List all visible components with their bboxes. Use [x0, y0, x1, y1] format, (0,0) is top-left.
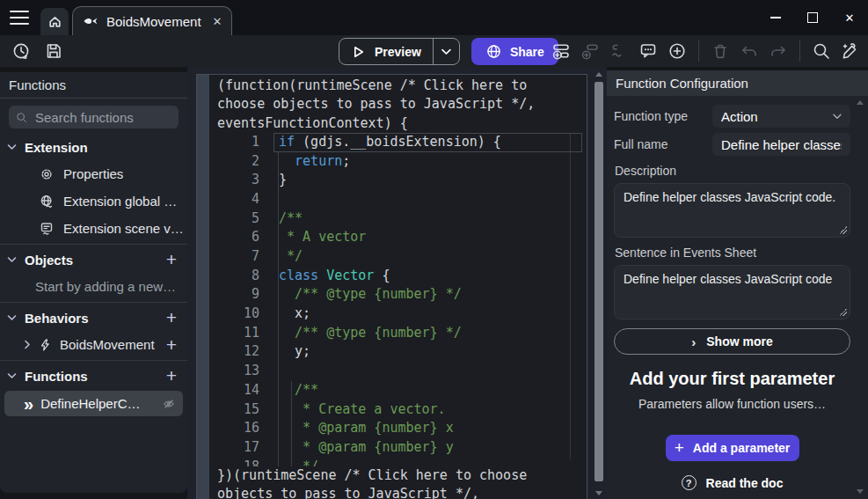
- description-textarea[interactable]: Define helper classes JavaScript code.: [615, 184, 850, 237]
- titlebar: BoidsMovement ✕ ✕: [0, 0, 868, 35]
- search-input[interactable]: [33, 109, 187, 126]
- code-footer-line: objects to pass to JavaScript */,: [217, 485, 587, 499]
- function-item-selected[interactable]: » DefineHelperC…: [4, 391, 183, 416]
- minimize-button[interactable]: [766, 8, 785, 27]
- edit-properties-icon[interactable]: [840, 40, 861, 62]
- eye-off-icon[interactable]: [163, 398, 175, 410]
- line-number: 6: [209, 228, 259, 247]
- extension-fish-icon: [83, 15, 98, 27]
- item-label: Extension global …: [63, 194, 177, 209]
- add-parameter-button[interactable]: + Add a parameter: [666, 435, 799, 461]
- add-circle-icon[interactable]: [667, 40, 688, 62]
- save-icon[interactable]: [43, 40, 64, 62]
- add-button[interactable]: +: [166, 336, 177, 354]
- tree-item[interactable]: Extension scene v…: [0, 215, 187, 242]
- line-number: 14: [209, 381, 259, 400]
- events-sheet: (function(runtimeScene /* Click here toc…: [187, 67, 607, 499]
- close-button[interactable]: ✕: [840, 8, 859, 27]
- section-objects[interactable]: Objects +: [0, 246, 187, 273]
- empty-state-title: Add your first parameter: [614, 369, 850, 389]
- line-content: * @param {number} x: [259, 419, 587, 438]
- event-drag-handle[interactable]: [197, 75, 209, 499]
- functions-sidebar: Functions Extension Properties Extension…: [0, 72, 187, 493]
- code-header-line: eventsFunctionContext) {: [217, 114, 587, 133]
- trash-icon[interactable]: [710, 40, 731, 62]
- sentence-label: Sentence in Events Sheet: [615, 246, 850, 260]
- function-type-label: Function type: [614, 109, 712, 123]
- share-button[interactable]: Share: [471, 38, 558, 65]
- toolbar-separator: [799, 40, 800, 62]
- tab-label: BoidsMovement: [106, 14, 201, 29]
- function-type-value: Action: [721, 109, 758, 124]
- code-editor-viewport[interactable]: 1 if (gdjs.__boidsExtension) { 2 return;…: [209, 133, 587, 466]
- toolbar: Preview Share: [0, 35, 868, 67]
- sentence-textarea[interactable]: Define helper classes JavaScript code: [615, 266, 850, 319]
- tree-item[interactable]: Extension global …: [0, 187, 187, 215]
- gear-icon: [40, 167, 54, 181]
- scrollbar-thumb[interactable]: [594, 82, 603, 481]
- divider: [0, 360, 187, 361]
- share-label: Share: [510, 45, 544, 59]
- events-scrollbar[interactable]: [593, 72, 605, 497]
- code-line: 11 /** @type {number} */: [209, 324, 587, 343]
- add-subevent-icon[interactable]: [580, 40, 601, 62]
- tree-item[interactable]: Properties: [0, 160, 187, 187]
- code-line: 7 */: [209, 247, 587, 267]
- full-name-input[interactable]: [712, 133, 850, 156]
- add-event-icon[interactable]: [551, 40, 572, 62]
- section-behaviors[interactable]: Behaviors +: [0, 305, 187, 331]
- panel-title: Function Configuration: [607, 70, 868, 96]
- menu-icon[interactable]: [10, 11, 29, 25]
- search-icon[interactable]: [811, 40, 832, 62]
- line-content: */: [259, 247, 587, 267]
- line-number: 3: [209, 171, 259, 190]
- read-doc-link[interactable]: ? Read the doc: [614, 475, 850, 490]
- line-number: 15: [209, 400, 259, 420]
- add-objects-button[interactable]: +: [166, 251, 177, 268]
- section-extension[interactable]: Extension: [0, 134, 187, 160]
- code-footer-line: })(runtimeScene /* Click here to choose: [217, 466, 587, 485]
- preview-button[interactable]: Preview: [339, 38, 460, 65]
- show-more-button[interactable]: › Show more: [614, 328, 850, 355]
- preview-dropdown-caret[interactable]: [433, 39, 459, 64]
- line-content: y;: [259, 342, 587, 362]
- plus-icon: +: [675, 442, 684, 454]
- code-header-line: (function(runtimeScene /* Click here to: [217, 77, 587, 95]
- line-number: 9: [209, 285, 259, 305]
- tab-close-icon[interactable]: ✕: [213, 15, 222, 28]
- line-number: 10: [209, 305, 259, 324]
- panel-scroll-up-icon[interactable]: [857, 100, 864, 105]
- search-box[interactable]: [9, 106, 179, 128]
- chevron-right-icon: [24, 340, 31, 349]
- maximize-button[interactable]: [803, 8, 822, 27]
- code-line: 17 * @param {number} y: [209, 438, 587, 458]
- redo-icon[interactable]: [768, 40, 789, 62]
- line-number: 17: [209, 438, 259, 458]
- section-functions[interactable]: Functions +: [0, 363, 187, 389]
- tab-home[interactable]: [40, 8, 69, 35]
- add-functions-button[interactable]: +: [166, 367, 177, 385]
- lightning-icon: [39, 338, 52, 352]
- scroll-up-arrow-icon[interactable]: [595, 72, 602, 77]
- panel-scroll-down-icon[interactable]: [857, 489, 864, 494]
- line-number: 7: [209, 247, 259, 267]
- scroll-down-arrow-icon[interactable]: [595, 491, 602, 495]
- js-code-event: (function(runtimeScene /* Click here toc…: [196, 74, 587, 499]
- line-content: /**: [259, 381, 587, 400]
- line-content: x;: [259, 305, 587, 324]
- comment-icon[interactable]: [638, 40, 659, 62]
- line-number: 18: [209, 458, 259, 466]
- tab-boidsmovement[interactable]: BoidsMovement ✕: [72, 6, 232, 35]
- add-behaviors-button[interactable]: +: [166, 309, 177, 327]
- add-other-events-icon[interactable]: [609, 40, 630, 62]
- code-line: 8 class Vector {: [209, 267, 587, 286]
- function-type-select[interactable]: Action: [712, 105, 850, 128]
- line-number: 8: [209, 267, 259, 286]
- code-line: 10 x;: [209, 305, 587, 324]
- code-line: 9 /** @type {number} */: [209, 285, 587, 305]
- behavior-item[interactable]: BoidsMovement +: [0, 331, 187, 358]
- globe-icon: [485, 43, 502, 60]
- history-icon[interactable]: [11, 40, 32, 62]
- undo-icon[interactable]: [739, 40, 760, 62]
- search-icon: [16, 112, 27, 123]
